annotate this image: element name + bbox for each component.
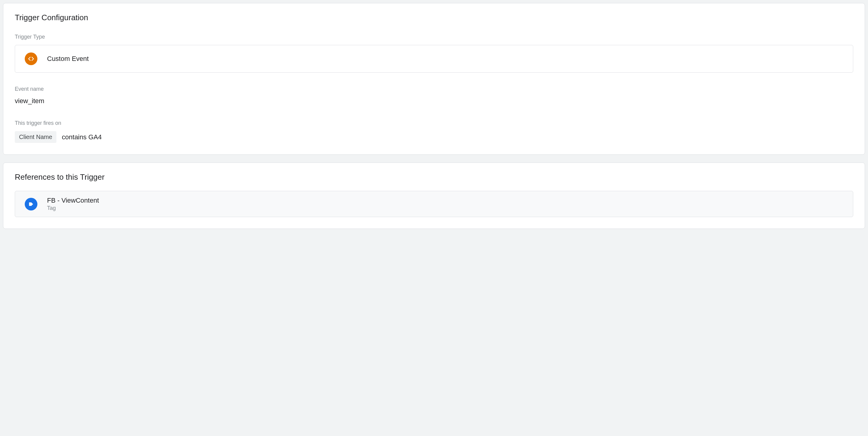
references-card: References to this Trigger FB - ViewCont… — [3, 162, 865, 229]
trigger-type-value: Custom Event — [47, 55, 89, 63]
fires-on-condition: Client Name contains GA4 — [15, 131, 853, 143]
fires-on-label: This trigger fires on — [15, 120, 853, 126]
reference-name: FB - ViewContent — [47, 196, 99, 205]
event-name-value: view_item — [15, 97, 853, 105]
reference-text: FB - ViewContent Tag — [47, 196, 99, 211]
condition-variable-chip: Client Name — [15, 131, 56, 143]
reference-item[interactable]: FB - ViewContent Tag — [15, 191, 853, 217]
references-title: References to this Trigger — [15, 173, 853, 182]
trigger-type-selector[interactable]: Custom Event — [15, 45, 853, 73]
trigger-config-title: Trigger Configuration — [15, 13, 853, 22]
event-name-label: Event name — [15, 86, 853, 92]
trigger-type-label: Trigger Type — [15, 34, 853, 40]
condition-expression: contains GA4 — [62, 133, 102, 141]
reference-type: Tag — [47, 205, 99, 211]
tag-icon — [25, 198, 37, 211]
custom-event-icon — [25, 53, 37, 65]
trigger-configuration-card: Trigger Configuration Trigger Type Custo… — [3, 3, 865, 155]
